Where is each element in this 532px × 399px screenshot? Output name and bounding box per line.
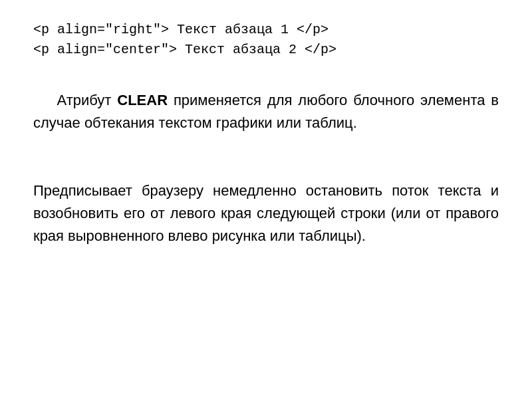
code-block: <p align="right"> Текст абзаца 1 </p> <p… bbox=[33, 20, 499, 60]
paragraph-clear-indent bbox=[33, 92, 57, 108]
code-line-1: <p align="right"> Текст абзаца 1 </p> bbox=[33, 20, 499, 40]
spacer-1 bbox=[33, 76, 499, 89]
spacer-3 bbox=[33, 166, 499, 180]
paragraph-clear: Атрибут CLEAR применяется для любого бло… bbox=[33, 89, 499, 134]
paragraph-clear-text-before: Атрибут bbox=[57, 92, 117, 108]
paragraph-desc: Предписывает браузеру немедленно останов… bbox=[33, 180, 499, 247]
clear-bold: CLEAR bbox=[117, 92, 168, 108]
spacer-2 bbox=[33, 153, 499, 166]
page-container: <p align="right"> Текст абзаца 1 </p> <p… bbox=[0, 0, 532, 399]
code-line-2: <p align="center"> Текст абзаца 2 </p> bbox=[33, 40, 499, 60]
